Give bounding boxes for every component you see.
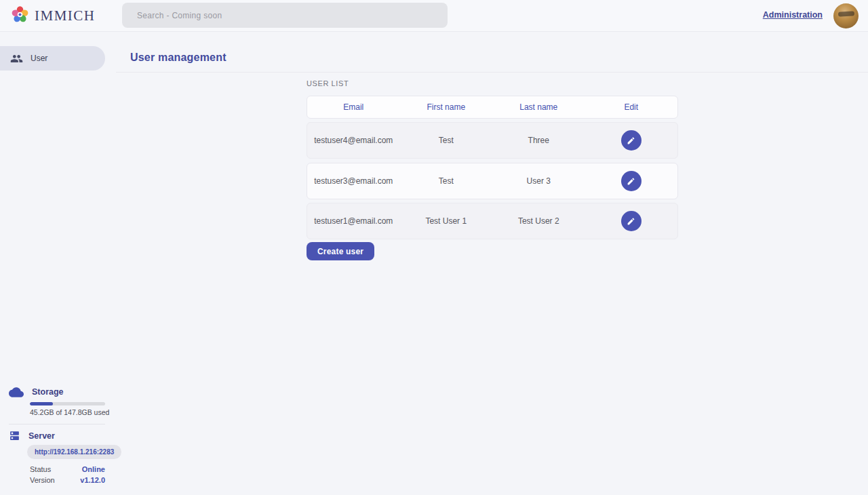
table-row: testuser1@email.com Test User 1 Test Use… xyxy=(307,203,678,239)
user-table: Email First name Last name Edit testuser… xyxy=(307,96,678,239)
column-header-edit: Edit xyxy=(585,102,678,112)
storage-section: Storage 45.2GB of 147.8GB used xyxy=(0,387,116,397)
dns-icon xyxy=(9,430,20,441)
table-row: testuser3@email.com Test User 3 xyxy=(307,163,678,199)
cell-last-name: User 3 xyxy=(492,176,585,186)
column-header-email: Email xyxy=(307,102,400,112)
storage-title: Storage xyxy=(32,387,64,397)
server-version-row: Version v1.12.0 xyxy=(30,476,105,484)
cell-last-name: Three xyxy=(492,136,585,145)
pencil-icon xyxy=(627,217,635,226)
immich-flower-icon xyxy=(11,5,29,26)
server-url-chip: http://192.168.1.216:2283 xyxy=(27,445,121,459)
pencil-icon xyxy=(627,177,635,186)
version-label: Version xyxy=(30,476,55,484)
cell-first-name: Test User 1 xyxy=(400,216,493,226)
table-row: testuser4@email.com Test Three xyxy=(307,122,678,159)
header-divider xyxy=(116,72,868,73)
cloud-icon xyxy=(9,387,24,397)
cell-last-name: Test User 2 xyxy=(492,216,585,226)
edit-user-button[interactable] xyxy=(621,171,642,191)
edit-user-button[interactable] xyxy=(621,211,642,231)
storage-progress-bar xyxy=(30,402,105,405)
user-list-label: USER LIST xyxy=(307,79,349,87)
search-input[interactable] xyxy=(122,3,448,28)
brand-name: IMMICH xyxy=(35,7,96,24)
pencil-icon xyxy=(627,136,635,145)
avatar[interactable] xyxy=(833,3,859,28)
edit-user-button[interactable] xyxy=(621,130,642,151)
server-title: Server xyxy=(28,431,55,441)
storage-usage-text: 45.2GB of 147.8GB used xyxy=(30,408,109,416)
people-icon xyxy=(10,52,23,65)
cell-email: testuser1@email.com xyxy=(307,216,400,226)
cell-first-name: Test xyxy=(400,136,493,145)
server-status-row: Status Online xyxy=(30,465,105,473)
page-title: User management xyxy=(130,52,226,64)
column-header-first-name: First name xyxy=(400,102,493,112)
administration-link[interactable]: Administration xyxy=(763,10,823,20)
cell-email: testuser3@email.com xyxy=(307,176,400,186)
top-nav: IMMICH Administration xyxy=(0,0,868,32)
sidebar-item-user-label: User xyxy=(31,54,47,63)
sidebar-item-user[interactable]: User xyxy=(0,46,105,71)
status-value: Online xyxy=(82,465,105,473)
server-section: Server http://192.168.1.216:2283 Status … xyxy=(0,430,116,441)
table-header-row: Email First name Last name Edit xyxy=(307,96,678,119)
sidebar-divider xyxy=(9,424,105,424)
cell-first-name: Test xyxy=(400,176,493,186)
status-label: Status xyxy=(30,465,51,473)
storage-progress-fill xyxy=(30,402,53,405)
version-value: v1.12.0 xyxy=(80,476,105,484)
column-header-last-name: Last name xyxy=(492,102,585,112)
create-user-button[interactable]: Create user xyxy=(307,242,374,260)
cell-email: testuser4@email.com xyxy=(307,136,400,145)
brand[interactable]: IMMICH xyxy=(11,5,96,26)
